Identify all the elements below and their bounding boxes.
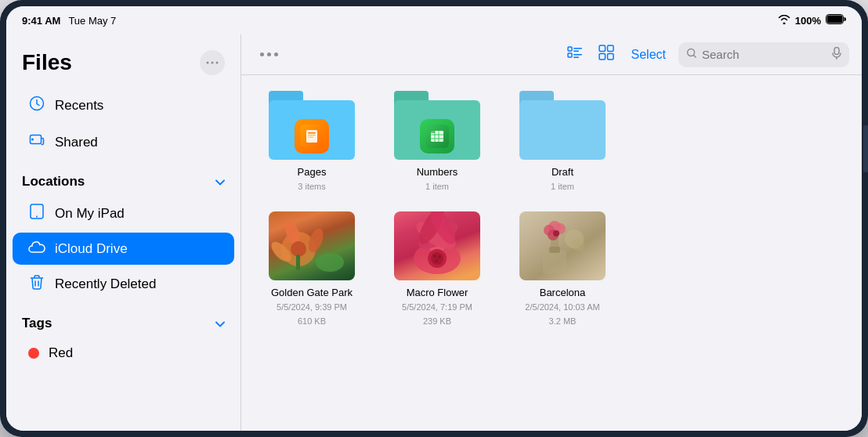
battery-icon bbox=[826, 14, 846, 27]
golden-gate-date: 5/5/2024, 9:39 PM bbox=[277, 302, 347, 313]
svg-rect-21 bbox=[834, 47, 839, 54]
trash-icon bbox=[28, 274, 45, 294]
svg-point-62 bbox=[572, 238, 584, 251]
recents-label: Recents bbox=[55, 98, 103, 114]
photo-item-golden-gate[interactable]: Golden Gate Park 5/5/2024, 9:39 PM 610 K… bbox=[257, 211, 367, 327]
status-right: 100% bbox=[778, 14, 846, 27]
ipad-device-icon bbox=[28, 204, 45, 223]
macro-flower-size: 239 KB bbox=[423, 316, 451, 327]
sidebar-item-tag-red[interactable]: Red bbox=[13, 338, 234, 369]
svg-rect-25 bbox=[308, 135, 316, 135]
clock-icon bbox=[28, 96, 45, 115]
sidebar-title: Files bbox=[22, 50, 72, 75]
svg-rect-34 bbox=[431, 131, 435, 133]
golden-gate-size: 610 KB bbox=[298, 316, 326, 327]
locations-title: Locations bbox=[22, 174, 85, 190]
files-grid: Pages 3 items bbox=[241, 75, 862, 431]
numbers-app-icon bbox=[420, 119, 454, 153]
svg-rect-19 bbox=[607, 54, 613, 60]
side-button bbox=[863, 125, 868, 172]
toolbar: Select bbox=[241, 34, 862, 75]
red-tag-dot bbox=[28, 348, 39, 359]
sidebar-item-recents[interactable]: Recents bbox=[13, 88, 234, 123]
svg-rect-26 bbox=[308, 137, 313, 138]
folder-item-draft[interactable]: Draft 1 item bbox=[508, 91, 617, 193]
svg-point-3 bbox=[212, 62, 214, 64]
right-panel: Select bbox=[241, 34, 862, 431]
svg-rect-11 bbox=[573, 48, 582, 49]
svg-point-4 bbox=[216, 62, 219, 64]
more-options-button[interactable] bbox=[200, 50, 225, 75]
photo-item-macro-flower[interactable]: Macro Flower 5/5/2024, 7:19 PM 239 KB bbox=[382, 211, 492, 327]
numbers-folder-meta: 1 item bbox=[425, 181, 449, 193]
svg-rect-23 bbox=[306, 130, 317, 143]
draft-folder-meta: 1 item bbox=[551, 181, 574, 193]
ipad-frame: 9:41 AM Tue May 7 100% bbox=[0, 0, 868, 437]
main-content: Files bbox=[6, 34, 862, 431]
sidebar-item-shared[interactable]: Shared bbox=[13, 125, 234, 160]
search-bar[interactable] bbox=[678, 42, 849, 67]
sidebar-item-on-my-ipad[interactable]: On My iPad bbox=[13, 196, 234, 231]
svg-rect-17 bbox=[607, 45, 613, 52]
sidebar-item-icloud-drive[interactable]: iCloud Drive bbox=[13, 233, 234, 265]
svg-rect-1 bbox=[827, 16, 843, 23]
macro-flower-name: Macro Flower bbox=[407, 287, 468, 300]
battery-percentage: 100% bbox=[795, 15, 821, 27]
pages-folder-name: Pages bbox=[298, 166, 327, 179]
recently-deleted-label: Recently Deleted bbox=[55, 276, 156, 292]
grid-view-button[interactable] bbox=[594, 40, 619, 69]
search-input[interactable] bbox=[702, 48, 827, 61]
wifi-icon bbox=[778, 15, 790, 27]
numbers-folder-name: Numbers bbox=[417, 166, 458, 179]
svg-rect-16 bbox=[599, 45, 606, 52]
svg-rect-13 bbox=[568, 53, 572, 57]
svg-point-51 bbox=[438, 255, 441, 258]
folder-item-numbers[interactable]: Numbers 1 item bbox=[382, 91, 492, 193]
svg-point-60 bbox=[553, 230, 559, 237]
macro-flower-thumbnail bbox=[394, 211, 480, 280]
barcelona-thumbnail bbox=[519, 211, 606, 280]
svg-rect-15 bbox=[573, 57, 579, 59]
draft-folder-name: Draft bbox=[552, 166, 573, 179]
svg-rect-18 bbox=[599, 54, 606, 60]
draft-folder-icon bbox=[519, 91, 606, 160]
dot-3 bbox=[274, 52, 278, 56]
folder-item-pages[interactable]: Pages 3 items bbox=[257, 91, 367, 193]
barcelona-name: Barcelona bbox=[540, 287, 586, 300]
empty-space-2 bbox=[633, 211, 846, 327]
dot-2 bbox=[267, 52, 271, 56]
golden-gate-thumbnail bbox=[269, 211, 355, 280]
status-bar: 9:41 AM Tue May 7 100% bbox=[6, 6, 862, 34]
select-button[interactable]: Select bbox=[625, 45, 672, 65]
tags-section-header: Tags bbox=[6, 303, 241, 338]
golden-gate-name: Golden Gate Park bbox=[271, 287, 353, 300]
icloud-icon bbox=[28, 240, 45, 257]
svg-point-41 bbox=[316, 253, 344, 272]
sidebar-item-recently-deleted[interactable]: Recently Deleted bbox=[13, 266, 234, 302]
barcelona-date: 2/5/2024, 10:03 AM bbox=[525, 302, 599, 313]
empty-space bbox=[633, 91, 846, 193]
svg-point-7 bbox=[31, 139, 34, 141]
svg-rect-24 bbox=[308, 132, 316, 134]
search-icon bbox=[686, 48, 697, 62]
svg-point-50 bbox=[433, 255, 436, 258]
status-date: Tue May 7 bbox=[68, 15, 116, 27]
svg-rect-53 bbox=[543, 251, 566, 274]
svg-rect-55 bbox=[549, 247, 560, 253]
svg-rect-10 bbox=[568, 47, 572, 51]
red-tag-label: Red bbox=[49, 345, 73, 361]
locations-chevron-icon bbox=[215, 175, 225, 188]
sidebar-header: Files bbox=[6, 50, 241, 88]
svg-point-49 bbox=[431, 252, 443, 265]
list-view-button[interactable] bbox=[562, 41, 588, 68]
svg-rect-14 bbox=[573, 54, 582, 56]
tags-title: Tags bbox=[22, 316, 52, 331]
shared-label: Shared bbox=[55, 135, 98, 150]
photos-row: Golden Gate Park 5/5/2024, 9:39 PM 610 K… bbox=[257, 211, 846, 327]
pages-app-icon bbox=[295, 119, 329, 153]
breadcrumb-dots bbox=[254, 46, 284, 63]
photo-item-barcelona[interactable]: Barcelona 2/5/2024, 10:03 AM 3.2 MB bbox=[508, 211, 617, 327]
mic-icon[interactable] bbox=[832, 47, 841, 63]
svg-rect-12 bbox=[573, 51, 579, 52]
tags-chevron-icon bbox=[215, 317, 225, 330]
